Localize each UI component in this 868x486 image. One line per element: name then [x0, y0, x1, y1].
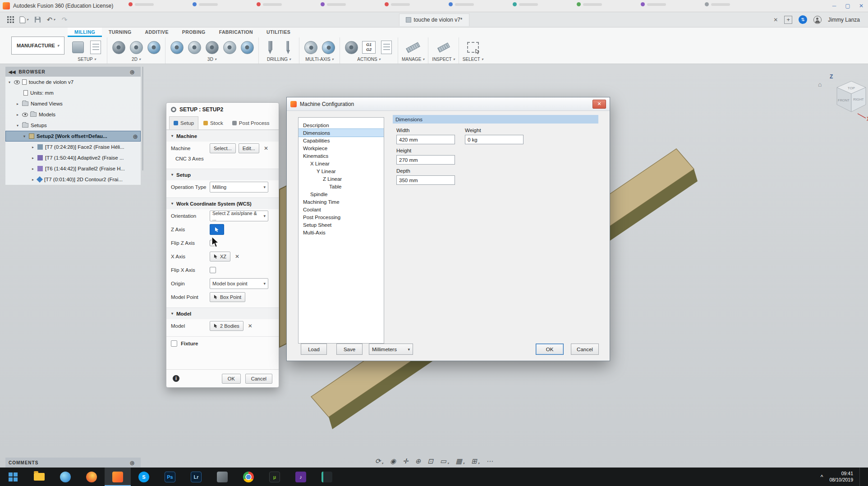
x-axis-select-button[interactable]: XZ: [210, 252, 230, 261]
inspect-dropdown[interactable]: INSPECT▾: [432, 57, 455, 62]
machine-select-button[interactable]: Select...: [210, 143, 236, 153]
browser-tab[interactable]: [321, 2, 346, 6]
section-wcs[interactable]: ▾Work Coordinate System (WCS): [166, 197, 279, 209]
depth-input[interactable]: [396, 175, 455, 185]
document-tab[interactable]: touche de violon v7*: [399, 14, 469, 26]
item-options-icon[interactable]: ◎: [133, 133, 138, 139]
collapse-panel-icon[interactable]: ◀◀: [9, 69, 15, 74]
minimize-icon[interactable]: ─: [827, 0, 841, 12]
file-menu-icon[interactable]: ▾: [17, 14, 31, 26]
units-dropdown[interactable]: Millimeters▾: [369, 344, 413, 355]
tree-kinematics[interactable]: Kinematics: [299, 152, 384, 160]
tree-item-2dcontour2[interactable]: ▸[T7 (0:01:40)] 2D Contour2 (Frai...: [5, 174, 141, 185]
save-button[interactable]: Save: [336, 344, 363, 355]
tab-post-process[interactable]: Post Process: [228, 116, 274, 129]
origin-dropdown[interactable]: Model box point▾: [210, 278, 268, 289]
browser-tab[interactable]: [641, 2, 666, 6]
grid-snaps-icon[interactable]: ▦▾: [455, 457, 464, 465]
username[interactable]: Jimmy Lanza: [828, 17, 860, 23]
2d-dropdown[interactable]: 2D▾: [132, 57, 141, 62]
tree-table[interactable]: Table: [299, 183, 384, 190]
ribbon-tab-fabrication[interactable]: FABRICATION: [212, 28, 260, 37]
steep-shallow-icon[interactable]: [222, 39, 237, 55]
ribbon-tab-turning[interactable]: TURNING: [102, 28, 138, 37]
fixture-checkbox[interactable]: [171, 340, 177, 347]
2d-contour-icon[interactable]: [146, 39, 161, 55]
browser-tab[interactable]: [385, 2, 410, 6]
pan-icon[interactable]: ✛: [403, 457, 409, 465]
skype-icon[interactable]: S: [131, 468, 157, 486]
manage-dropdown[interactable]: MANAGE▾: [402, 57, 424, 62]
drilling-dropdown[interactable]: DRILLING▾: [267, 57, 291, 62]
ribbon-tab-milling[interactable]: MILLING: [68, 28, 102, 37]
ribbon-tab-utilities[interactable]: UTILITIES: [260, 28, 297, 37]
multiaxis-dropdown[interactable]: MULTI-AXIS▾: [305, 57, 333, 62]
workspace-selector[interactable]: MANUFACTURE▾: [11, 37, 64, 55]
load-button[interactable]: Load: [301, 344, 327, 355]
more-options-icon[interactable]: ⋯: [486, 457, 493, 465]
parallel-icon[interactable]: [204, 39, 220, 55]
setup-cancel-button[interactable]: Cancel: [245, 374, 272, 384]
tree-setup-sheet[interactable]: Setup Sheet: [299, 221, 384, 229]
tab-close-icon[interactable]: ✕: [773, 17, 778, 23]
app-grid-icon[interactable]: [4, 14, 17, 26]
bore-icon[interactable]: [280, 39, 295, 55]
adaptive-clearing-icon[interactable]: [169, 39, 184, 55]
comments-options-icon[interactable]: ◎: [130, 460, 135, 466]
weight-input[interactable]: [465, 135, 524, 144]
tree-y-linear[interactable]: Y Linear: [299, 167, 384, 175]
chrome-icon[interactable]: [235, 468, 262, 486]
info-icon[interactable]: i: [173, 375, 179, 382]
tree-item-named-views[interactable]: ▸Named Views: [5, 98, 141, 109]
visibility-icon[interactable]: [14, 80, 20, 84]
browser-tab[interactable]: [513, 2, 538, 6]
firefox-icon[interactable]: [78, 468, 105, 486]
operation-type-dropdown[interactable]: Milling▾: [210, 182, 268, 193]
tree-dimensions[interactable]: Dimensions: [299, 129, 384, 137]
z-axis-select-button[interactable]: [210, 224, 224, 235]
tree-spindle[interactable]: Spindle: [299, 190, 384, 198]
show-desktop-button[interactable]: [859, 468, 862, 486]
3d-pocket-icon[interactable]: [187, 39, 202, 55]
tree-coolant[interactable]: Coolant: [299, 206, 384, 213]
tree-item-models[interactable]: ▸Models: [5, 109, 141, 120]
setup-sheet-icon[interactable]: [88, 39, 103, 55]
redo-icon[interactable]: ↷: [58, 14, 71, 26]
tree-item-units[interactable]: Units: mm: [5, 87, 141, 98]
game-app-icon[interactable]: [209, 468, 235, 486]
machine-cancel-button[interactable]: Cancel: [571, 344, 599, 355]
flip-x-checkbox[interactable]: [210, 267, 216, 273]
setup-sheet-report-icon[interactable]: [379, 39, 394, 55]
tree-z-linear[interactable]: Z Linear: [299, 175, 384, 183]
machine-ok-button[interactable]: OK: [536, 344, 564, 355]
dialog-close-icon[interactable]: ✕: [592, 100, 606, 109]
browser-tab[interactable]: [705, 2, 730, 6]
model-clear-icon[interactable]: ✕: [248, 323, 253, 329]
orientation-dropdown[interactable]: Select Z axis/plane & ...▾: [210, 211, 268, 221]
tree-machining-time[interactable]: Machining Time: [299, 198, 384, 206]
actions-dropdown[interactable]: ACTIONS▾: [357, 57, 380, 62]
swarf-icon[interactable]: [303, 39, 318, 55]
machine-dialog-titlebar[interactable]: Machine Configuration ✕: [287, 97, 610, 111]
new-setup-icon[interactable]: [70, 39, 86, 55]
measure-icon[interactable]: [436, 39, 451, 55]
browser-tab[interactable]: [449, 2, 474, 6]
save-icon[interactable]: [31, 14, 44, 26]
flat-icon[interactable]: [239, 39, 255, 55]
tool-library-icon[interactable]: [405, 39, 421, 55]
close-icon[interactable]: ✕: [854, 0, 868, 12]
orbit-icon[interactable]: ⟳▾: [375, 457, 383, 465]
video-app-icon[interactable]: [314, 468, 340, 486]
tree-post-processing[interactable]: Post Processing: [299, 213, 384, 221]
3d-dropdown[interactable]: 3D▾: [207, 57, 216, 62]
simulate-icon[interactable]: [344, 39, 359, 55]
flip-z-checkbox[interactable]: [210, 240, 216, 246]
media-player-icon[interactable]: ♪: [288, 468, 314, 486]
tree-item-setups[interactable]: ▾Setups: [5, 120, 141, 131]
multiaxis-contour-icon[interactable]: [321, 39, 336, 55]
account-icon[interactable]: [813, 16, 822, 24]
section-setup[interactable]: ▾Setup: [166, 169, 279, 180]
panel-scrollbar[interactable]: [142, 67, 143, 170]
height-input[interactable]: [396, 155, 455, 165]
start-button[interactable]: [0, 468, 26, 486]
